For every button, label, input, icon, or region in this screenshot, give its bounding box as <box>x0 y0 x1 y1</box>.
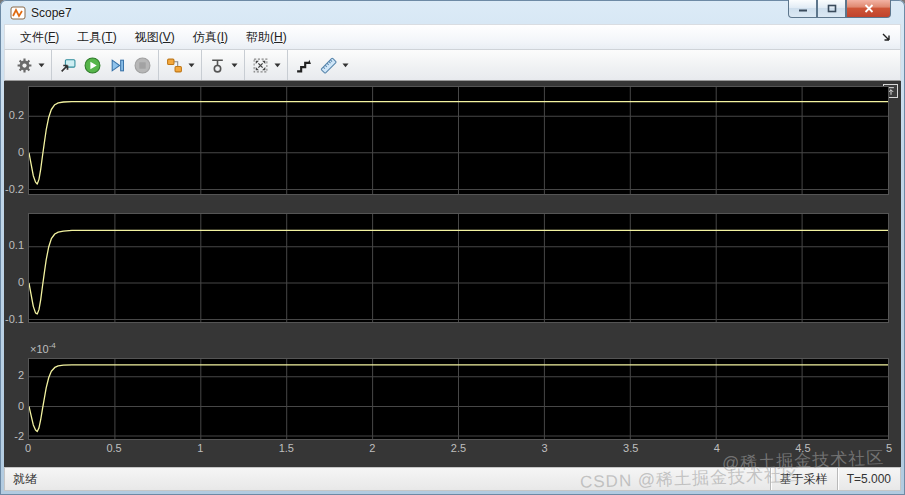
status-cell: 基于采样 <box>770 468 837 490</box>
settings-button[interactable] <box>12 53 48 77</box>
plot-row-3: 20-2 <box>28 358 889 440</box>
dropdown-caret-icon[interactable] <box>185 61 194 69</box>
x-axis-labels: 00.511.522.533.544.55 <box>28 440 889 458</box>
x-tick-label: 0 <box>25 442 31 454</box>
restore-button[interactable] <box>817 0 846 18</box>
plot-axes-3[interactable] <box>28 358 889 440</box>
window-title: Scope7 <box>31 6 72 20</box>
status-bar: 就绪 基于采样T=5.000 <box>4 467 901 491</box>
plot-axes-1[interactable] <box>28 86 889 195</box>
toolbar <box>4 50 901 81</box>
ruler-icon <box>320 57 337 74</box>
x-tick-label: 4 <box>714 442 720 454</box>
run-icon <box>84 57 101 74</box>
plot-row-1: 0.20-0.2 <box>28 86 889 195</box>
toolbar-group <box>201 50 244 80</box>
x-tick-label: 3.5 <box>623 442 638 454</box>
y-tick-label: -0.1 <box>4 313 24 326</box>
y-tick-label: 0.1 <box>4 239 24 252</box>
menu-item-simulation[interactable]: 仿真(I) <box>184 25 237 50</box>
highlight-block-button[interactable] <box>55 53 80 77</box>
highlight-block-icon <box>59 57 76 74</box>
window-controls <box>788 0 891 18</box>
x-tick-label: 0.5 <box>106 442 121 454</box>
toolbar-group <box>158 50 201 80</box>
dropdown-caret-icon[interactable] <box>228 61 237 69</box>
trigger-button[interactable] <box>205 53 241 77</box>
toolbar-group <box>287 50 355 80</box>
dropdown-caret-icon[interactable] <box>35 61 44 69</box>
x-tick-label: 2.5 <box>451 442 466 454</box>
dropdown-caret-icon[interactable] <box>339 61 348 69</box>
gear-icon <box>16 57 33 74</box>
stop-icon <box>134 57 151 74</box>
simulink-snapshot-button[interactable] <box>162 53 198 77</box>
step-forward-icon <box>109 57 126 74</box>
status-message: 就绪 <box>5 468 770 490</box>
trigger-icon <box>209 57 226 74</box>
plot-axes-2[interactable] <box>28 213 889 323</box>
status-cell: T=5.000 <box>837 468 900 490</box>
run-button[interactable] <box>80 53 105 77</box>
y-tick-label: 0.2 <box>4 109 24 122</box>
y-axis-multiplier: ×10-4 <box>28 323 889 358</box>
scale-axes-icon <box>252 57 269 74</box>
signal-blocks-icon <box>166 57 183 74</box>
scope-window: Scope7 文件(F)工具(T)视图(V)仿真(I)帮助(H) 0.20-0.… <box>0 0 905 495</box>
step-forward-button[interactable] <box>105 53 130 77</box>
y-tick-label: 2 <box>4 369 24 382</box>
scope-app-icon <box>10 5 26 21</box>
cursor-measurements-button[interactable] <box>316 53 352 77</box>
menu-item-help[interactable]: 帮助(H) <box>237 25 296 50</box>
menu-item-file[interactable]: 文件(F) <box>11 25 68 50</box>
x-tick-label: 1.5 <box>279 442 294 454</box>
x-tick-label: 2 <box>369 442 375 454</box>
title-bar[interactable]: Scope7 <box>4 0 901 24</box>
stop-button[interactable] <box>130 53 155 77</box>
plot-region: 0.20-0.20.10-0.1×10-420-2 00.511.522.533… <box>4 81 901 467</box>
toolbar-group <box>51 50 158 80</box>
toolbar-group <box>244 50 287 80</box>
menu-item-view[interactable]: 视图(V) <box>126 25 184 50</box>
x-tick-label: 3 <box>542 442 548 454</box>
stairs-button[interactable] <box>291 53 316 77</box>
stairs-icon <box>295 57 312 74</box>
menu-overflow-icon[interactable] <box>880 31 892 43</box>
y-tick-label: -2 <box>4 430 24 443</box>
x-tick-label: 4.5 <box>795 442 810 454</box>
x-tick-label: 5 <box>886 442 892 454</box>
y-tick-label: 0 <box>4 276 24 289</box>
x-tick-label: 1 <box>197 442 203 454</box>
close-button[interactable] <box>846 0 891 18</box>
y-tick-label: 0 <box>4 400 24 413</box>
minimize-button[interactable] <box>788 0 817 18</box>
plot-row-2: 0.10-0.1 <box>28 213 889 323</box>
menu-bar: 文件(F)工具(T)视图(V)仿真(I)帮助(H) <box>4 24 901 50</box>
y-tick-label: -0.2 <box>4 183 24 196</box>
scale-axes-button[interactable] <box>248 53 284 77</box>
menu-item-tools[interactable]: 工具(T) <box>68 25 125 50</box>
toolbar-group <box>9 50 51 80</box>
y-tick-label: 0 <box>4 146 24 159</box>
dropdown-caret-icon[interactable] <box>271 61 280 69</box>
